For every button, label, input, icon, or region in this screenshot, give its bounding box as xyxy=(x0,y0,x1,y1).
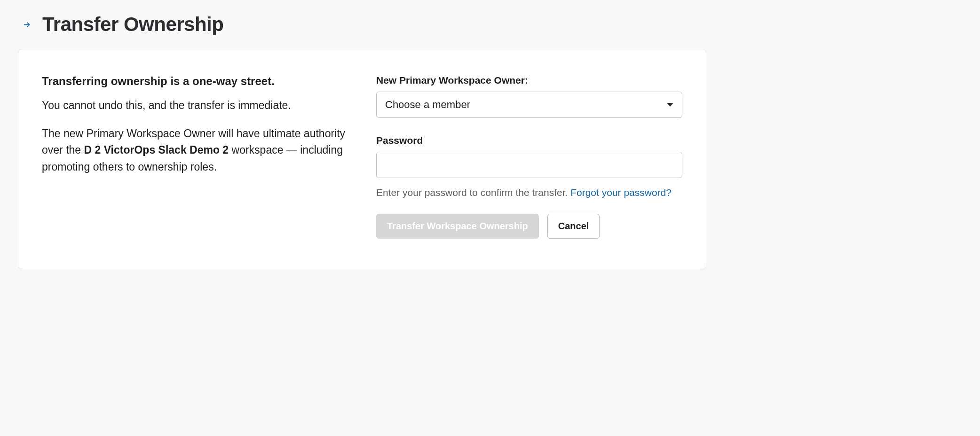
password-hint: Enter your password to confirm the trans… xyxy=(376,185,682,201)
info-paragraph-2: The new Primary Workspace Owner will hav… xyxy=(42,125,348,176)
page-header: Transfer Ownership xyxy=(22,13,706,36)
button-row: Transfer Workspace Ownership Cancel xyxy=(376,214,682,239)
forgot-password-link[interactable]: Forgot your password? xyxy=(570,187,672,198)
info-column: Transferring ownership is a one-way stre… xyxy=(42,75,348,239)
transfer-ownership-card: Transferring ownership is a one-way stre… xyxy=(18,49,706,269)
page-title: Transfer Ownership xyxy=(42,13,223,36)
owner-label: New Primary Workspace Owner: xyxy=(376,75,682,86)
info-heading: Transferring ownership is a one-way stre… xyxy=(42,75,348,88)
password-label: Password xyxy=(376,135,682,146)
transfer-ownership-button[interactable]: Transfer Workspace Ownership xyxy=(376,214,539,239)
password-input[interactable] xyxy=(376,152,682,178)
workspace-name: D 2 VictorOps Slack Demo 2 xyxy=(84,144,229,156)
owner-select[interactable]: Choose a member xyxy=(376,92,682,118)
info-paragraph-1: You cannot undo this, and the transfer i… xyxy=(42,97,348,114)
owner-select-placeholder: Choose a member xyxy=(385,99,470,110)
password-hint-text: Enter your password to confirm the trans… xyxy=(376,187,570,198)
form-column: New Primary Workspace Owner: Choose a me… xyxy=(376,75,682,239)
arrow-right-icon xyxy=(22,19,32,30)
cancel-button[interactable]: Cancel xyxy=(547,214,600,239)
chevron-down-icon xyxy=(667,103,673,107)
